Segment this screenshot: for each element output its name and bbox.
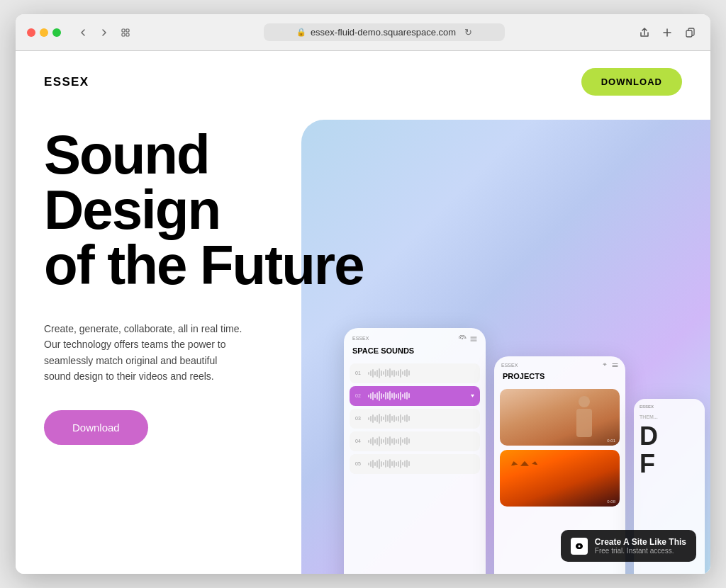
phone-secondary-icons bbox=[602, 362, 618, 369]
new-tab-button[interactable] bbox=[658, 23, 676, 42]
svg-rect-3 bbox=[126, 33, 129, 36]
hero-section: Sound Design of the Future Create, gener… bbox=[16, 113, 710, 574]
browser-window: 🔒 essex-fluid-demo.squarespace.com ↻ ESS… bbox=[16, 14, 710, 574]
page-content: ESSEX DOWNLOAD Sound Design of the Futur… bbox=[16, 51, 710, 574]
phone-tertiary-label: ESSEX bbox=[640, 405, 654, 409]
svg-point-9 bbox=[604, 364, 605, 366]
project-card-beach: 0:01 bbox=[500, 389, 620, 446]
projects-section-title: PROJECTS bbox=[494, 372, 625, 386]
phones-container: ESSEX SPACE SOUNDS 01 bbox=[344, 159, 710, 574]
squarespace-cta-sub: Free trial. Instant access. bbox=[595, 547, 686, 555]
project-label-sunset: 0:08 bbox=[607, 499, 615, 504]
site-nav: ESSEX DOWNLOAD bbox=[16, 51, 710, 113]
phone-tertiary-section: THEM... bbox=[640, 414, 699, 419]
address-bar-wrap: 🔒 essex-fluid-demo.squarespace.com ↻ bbox=[142, 23, 627, 41]
hero-description: Create, generate, collaborate, all in re… bbox=[44, 321, 242, 385]
svg-rect-1 bbox=[126, 29, 129, 32]
phone-secondary-label: ESSEX bbox=[501, 363, 518, 368]
track-heart-icon: ♥ bbox=[471, 392, 474, 399]
browser-chrome: 🔒 essex-fluid-demo.squarespace.com ↻ bbox=[16, 14, 710, 51]
share-button[interactable] bbox=[635, 23, 654, 42]
svg-point-14 bbox=[578, 545, 580, 547]
project-card-sunset: 0:08 bbox=[500, 450, 620, 507]
address-bar[interactable]: 🔒 essex-fluid-demo.squarespace.com ↻ bbox=[264, 23, 505, 41]
phone-main-icons bbox=[459, 335, 477, 342]
phone-tertiary-content: THEM... D F bbox=[634, 412, 705, 481]
copy-tab-button[interactable] bbox=[681, 23, 699, 42]
hero-title: Sound Design of the Future bbox=[44, 127, 369, 293]
back-button[interactable] bbox=[75, 25, 91, 40]
phone-secondary-header: ESSEX bbox=[494, 356, 625, 372]
phone-tertiary-header: ESSEX bbox=[634, 399, 705, 412]
hero-left: Sound Design of the Future Create, gener… bbox=[16, 113, 398, 574]
url-text: essex-fluid-demo.squarespace.com bbox=[311, 27, 456, 38]
project-img-beach: 0:01 bbox=[500, 389, 620, 446]
phone-tertiary-letters: D bbox=[640, 422, 699, 451]
forward-button[interactable] bbox=[96, 25, 112, 40]
minimize-button[interactable] bbox=[40, 28, 48, 37]
close-button[interactable] bbox=[27, 28, 35, 37]
browser-actions bbox=[635, 23, 699, 42]
svg-point-5 bbox=[462, 338, 463, 339]
phone-tertiary-letters-2: F bbox=[640, 450, 699, 478]
squarespace-cta-title: Create A Site Like This bbox=[595, 537, 686, 547]
hero-title-line1: Sound Design bbox=[44, 123, 220, 241]
reload-icon[interactable]: ↻ bbox=[464, 27, 472, 38]
nav-download-button[interactable]: DOWNLOAD bbox=[581, 68, 682, 96]
traffic-lights bbox=[27, 28, 61, 37]
browser-controls bbox=[75, 25, 133, 40]
hero-title-line2: of the Future bbox=[44, 234, 364, 296]
maximize-button[interactable] bbox=[52, 28, 61, 37]
svg-rect-4 bbox=[686, 30, 692, 37]
svg-rect-0 bbox=[122, 29, 125, 32]
tab-grid-button[interactable] bbox=[118, 25, 133, 40]
lock-icon: 🔒 bbox=[296, 28, 306, 37]
project-label-beach: 0:01 bbox=[607, 439, 615, 443]
squarespace-badge[interactable]: Create A Site Like This Free trial. Inst… bbox=[561, 530, 696, 562]
hero-download-button[interactable]: Download bbox=[44, 410, 148, 445]
project-img-sunset: 0:08 bbox=[500, 450, 620, 507]
site-logo: ESSEX bbox=[44, 75, 89, 89]
svg-rect-2 bbox=[122, 33, 125, 36]
squarespace-logo bbox=[571, 538, 588, 555]
squarespace-text: Create A Site Like This Free trial. Inst… bbox=[595, 537, 686, 555]
